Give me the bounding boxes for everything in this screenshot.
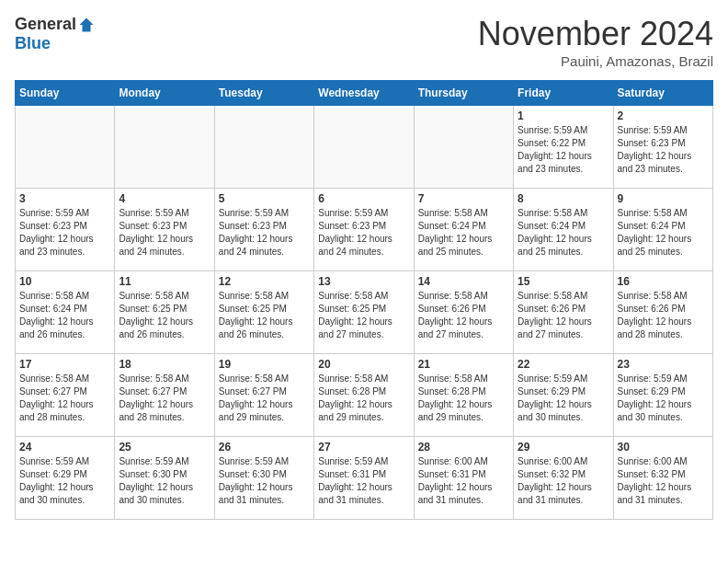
calendar-cell: 15Sunrise: 5:58 AM Sunset: 6:26 PM Dayli… — [514, 271, 613, 354]
calendar-week-1: 1Sunrise: 5:59 AM Sunset: 6:22 PM Daylig… — [16, 106, 713, 189]
calendar-week-4: 17Sunrise: 5:58 AM Sunset: 6:27 PM Dayli… — [16, 354, 713, 437]
calendar-cell: 5Sunrise: 5:59 AM Sunset: 6:23 PM Daylig… — [214, 189, 313, 271]
day-info: Sunrise: 5:59 AM Sunset: 6:29 PM Dayligh… — [618, 373, 709, 424]
day-info: Sunrise: 5:59 AM Sunset: 6:29 PM Dayligh… — [518, 373, 609, 424]
calendar-cell: 25Sunrise: 5:59 AM Sunset: 6:30 PM Dayli… — [115, 437, 214, 520]
day-number: 8 — [518, 192, 609, 205]
day-info: Sunrise: 5:59 AM Sunset: 6:29 PM Dayligh… — [19, 455, 110, 507]
day-info: Sunrise: 5:59 AM Sunset: 6:23 PM Dayligh… — [19, 207, 110, 259]
day-number: 20 — [318, 358, 409, 371]
calendar-cell: 27Sunrise: 5:59 AM Sunset: 6:31 PM Dayli… — [314, 437, 414, 520]
day-number: 2 — [618, 109, 709, 122]
calendar-cell: 29Sunrise: 6:00 AM Sunset: 6:32 PM Dayli… — [514, 437, 613, 520]
day-info: Sunrise: 5:58 AM Sunset: 6:24 PM Dayligh… — [418, 207, 509, 259]
day-number: 9 — [618, 192, 709, 205]
calendar-cell: 3Sunrise: 5:59 AM Sunset: 6:23 PM Daylig… — [16, 189, 115, 271]
day-number: 29 — [518, 441, 609, 454]
calendar-table: SundayMondayTuesdayWednesdayThursdayFrid… — [15, 80, 713, 520]
day-info: Sunrise: 5:58 AM Sunset: 6:26 PM Dayligh… — [518, 290, 609, 341]
calendar-cell — [314, 106, 414, 189]
calendar-cell: 2Sunrise: 5:59 AM Sunset: 6:23 PM Daylig… — [613, 106, 712, 189]
calendar-cell: 13Sunrise: 5:58 AM Sunset: 6:25 PM Dayli… — [314, 271, 414, 354]
calendar-cell: 14Sunrise: 5:58 AM Sunset: 6:26 PM Dayli… — [414, 271, 513, 354]
calendar-cell: 30Sunrise: 6:00 AM Sunset: 6:32 PM Dayli… — [613, 437, 712, 520]
day-number: 12 — [219, 275, 310, 288]
calendar-cell: 12Sunrise: 5:58 AM Sunset: 6:25 PM Dayli… — [214, 271, 313, 354]
day-info: Sunrise: 5:58 AM Sunset: 6:24 PM Dayligh… — [518, 207, 609, 259]
calendar-cell: 6Sunrise: 5:59 AM Sunset: 6:23 PM Daylig… — [314, 189, 414, 271]
calendar-cell: 28Sunrise: 6:00 AM Sunset: 6:31 PM Dayli… — [414, 437, 513, 520]
day-number: 21 — [418, 358, 509, 371]
calendar-cell: 9Sunrise: 5:58 AM Sunset: 6:24 PM Daylig… — [613, 189, 712, 271]
day-number: 11 — [119, 275, 210, 288]
day-info: Sunrise: 5:58 AM Sunset: 6:27 PM Dayligh… — [19, 373, 110, 424]
day-number: 1 — [518, 109, 609, 122]
day-number: 3 — [19, 192, 110, 205]
weekday-header-saturday: Saturday — [613, 81, 712, 106]
day-info: Sunrise: 5:58 AM Sunset: 6:28 PM Dayligh… — [418, 373, 509, 424]
day-number: 27 — [318, 441, 409, 454]
calendar-week-5: 24Sunrise: 5:59 AM Sunset: 6:29 PM Dayli… — [16, 437, 713, 520]
day-number: 25 — [119, 441, 210, 454]
day-info: Sunrise: 5:59 AM Sunset: 6:30 PM Dayligh… — [119, 455, 210, 507]
page-header: General Blue November 2024 Pauini, Amazo… — [15, 15, 713, 69]
weekday-header-tuesday: Tuesday — [214, 81, 313, 106]
location-subtitle: Pauini, Amazonas, Brazil — [478, 53, 713, 69]
day-info: Sunrise: 5:59 AM Sunset: 6:30 PM Dayligh… — [219, 455, 310, 507]
day-info: Sunrise: 5:59 AM Sunset: 6:23 PM Dayligh… — [318, 207, 409, 259]
calendar-cell — [214, 106, 313, 189]
day-number: 30 — [618, 441, 709, 454]
logo: General Blue — [15, 15, 95, 53]
day-info: Sunrise: 5:58 AM Sunset: 6:24 PM Dayligh… — [19, 290, 110, 341]
day-number: 5 — [219, 192, 310, 205]
day-info: Sunrise: 6:00 AM Sunset: 6:31 PM Dayligh… — [418, 455, 509, 507]
calendar-cell: 18Sunrise: 5:58 AM Sunset: 6:27 PM Dayli… — [115, 354, 214, 437]
calendar-cell: 17Sunrise: 5:58 AM Sunset: 6:27 PM Dayli… — [16, 354, 115, 437]
day-info: Sunrise: 5:58 AM Sunset: 6:28 PM Dayligh… — [318, 373, 409, 424]
calendar-week-3: 10Sunrise: 5:58 AM Sunset: 6:24 PM Dayli… — [16, 271, 713, 354]
day-number: 26 — [219, 441, 310, 454]
calendar-cell — [16, 106, 115, 189]
title-block: November 2024 Pauini, Amazonas, Brazil — [478, 15, 713, 69]
day-number: 6 — [318, 192, 409, 205]
calendar-cell: 8Sunrise: 5:58 AM Sunset: 6:24 PM Daylig… — [514, 189, 613, 271]
day-info: Sunrise: 5:58 AM Sunset: 6:27 PM Dayligh… — [119, 373, 210, 424]
day-info: Sunrise: 5:59 AM Sunset: 6:23 PM Dayligh… — [119, 207, 210, 259]
weekday-header-thursday: Thursday — [414, 81, 513, 106]
calendar-cell: 19Sunrise: 5:58 AM Sunset: 6:27 PM Dayli… — [214, 354, 313, 437]
day-info: Sunrise: 5:58 AM Sunset: 6:25 PM Dayligh… — [119, 290, 210, 341]
day-info: Sunrise: 5:58 AM Sunset: 6:25 PM Dayligh… — [219, 290, 310, 341]
weekday-header-row: SundayMondayTuesdayWednesdayThursdayFrid… — [16, 81, 713, 106]
day-number: 13 — [318, 275, 409, 288]
logo-general-text: General — [15, 15, 76, 34]
day-info: Sunrise: 5:58 AM Sunset: 6:26 PM Dayligh… — [618, 290, 709, 341]
calendar-cell: 11Sunrise: 5:58 AM Sunset: 6:25 PM Dayli… — [115, 271, 214, 354]
day-number: 14 — [418, 275, 509, 288]
weekday-header-friday: Friday — [514, 81, 613, 106]
day-number: 22 — [518, 358, 609, 371]
day-number: 7 — [418, 192, 509, 205]
weekday-header-monday: Monday — [115, 81, 214, 106]
day-number: 24 — [19, 441, 110, 454]
calendar-cell: 21Sunrise: 5:58 AM Sunset: 6:28 PM Dayli… — [414, 354, 513, 437]
weekday-header-wednesday: Wednesday — [314, 81, 414, 106]
day-number: 4 — [119, 192, 210, 205]
day-number: 23 — [618, 358, 709, 371]
calendar-cell: 16Sunrise: 5:58 AM Sunset: 6:26 PM Dayli… — [613, 271, 712, 354]
logo-icon — [78, 17, 95, 33]
calendar-week-2: 3Sunrise: 5:59 AM Sunset: 6:23 PM Daylig… — [16, 189, 713, 271]
calendar-cell: 4Sunrise: 5:59 AM Sunset: 6:23 PM Daylig… — [115, 189, 214, 271]
day-info: Sunrise: 5:59 AM Sunset: 6:23 PM Dayligh… — [219, 207, 310, 259]
month-title: November 2024 — [478, 15, 713, 53]
day-info: Sunrise: 5:59 AM Sunset: 6:23 PM Dayligh… — [618, 124, 709, 176]
calendar-cell: 24Sunrise: 5:59 AM Sunset: 6:29 PM Dayli… — [16, 437, 115, 520]
calendar-cell: 22Sunrise: 5:59 AM Sunset: 6:29 PM Dayli… — [514, 354, 613, 437]
logo-blue-text: Blue — [15, 34, 51, 53]
calendar-cell: 7Sunrise: 5:58 AM Sunset: 6:24 PM Daylig… — [414, 189, 513, 271]
day-number: 18 — [119, 358, 210, 371]
day-number: 15 — [518, 275, 609, 288]
day-info: Sunrise: 5:58 AM Sunset: 6:27 PM Dayligh… — [219, 373, 310, 424]
day-number: 16 — [618, 275, 709, 288]
calendar-cell: 26Sunrise: 5:59 AM Sunset: 6:30 PM Dayli… — [214, 437, 313, 520]
calendar-cell: 1Sunrise: 5:59 AM Sunset: 6:22 PM Daylig… — [514, 106, 613, 189]
